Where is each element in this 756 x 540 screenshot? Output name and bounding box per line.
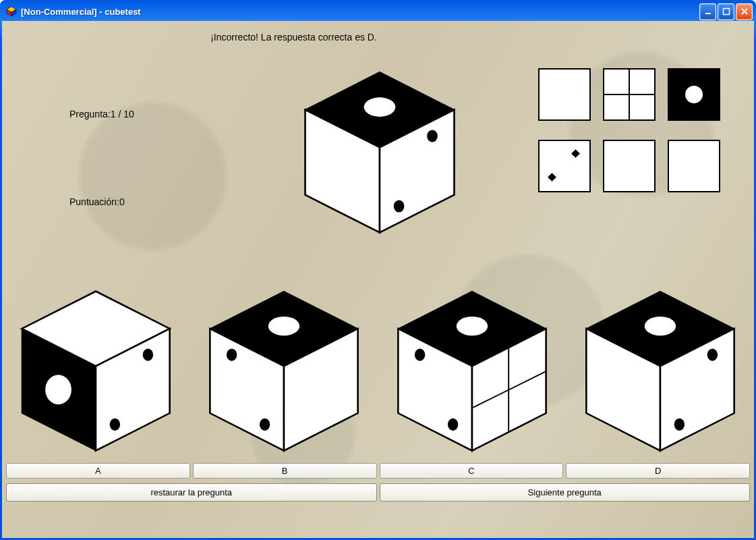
feedback-text: ¡Incorrecto! La respuesta correcta es D. bbox=[2, 32, 585, 43]
reference-cube bbox=[292, 61, 467, 237]
close-button[interactable] bbox=[736, 3, 753, 20]
svg-point-36 bbox=[674, 418, 685, 431]
legend-face-black-circle bbox=[668, 68, 720, 121]
score-label: Puntuación:0 bbox=[69, 196, 125, 207]
svg-point-32 bbox=[645, 317, 676, 335]
client-area: ¡Incorrecto! La respuesta correcta es D.… bbox=[2, 21, 754, 538]
next-button[interactable]: Siguiente pregunta bbox=[380, 483, 751, 502]
app-window: [Non-Commercial] - cubetest ¡Incorrecto!… bbox=[0, 0, 756, 540]
svg-point-9 bbox=[427, 130, 438, 142]
titlebar[interactable]: [Non-Commercial] - cubetest bbox=[2, 2, 754, 21]
legend-face-quad bbox=[603, 68, 656, 121]
svg-point-21 bbox=[260, 418, 270, 431]
option-label-row: A B C D bbox=[6, 463, 750, 479]
option-cube-b[interactable] bbox=[197, 281, 371, 455]
svg-rect-4 bbox=[723, 9, 729, 15]
answer-options bbox=[9, 281, 747, 455]
svg-point-10 bbox=[394, 200, 405, 212]
option-label-b[interactable]: B bbox=[193, 463, 377, 479]
legend-face-two-diamonds bbox=[538, 140, 591, 192]
option-cube-a[interactable] bbox=[9, 281, 183, 455]
option-label-d[interactable]: D bbox=[566, 463, 750, 479]
legend-face-blank bbox=[668, 140, 720, 192]
action-buttons: restaurar la pregunta Siguiente pregunta bbox=[6, 483, 750, 502]
question-counter: Pregunta:1 / 10 bbox=[69, 109, 134, 119]
face-legend bbox=[538, 68, 727, 211]
legend-face-blank bbox=[603, 140, 656, 192]
svg-point-24 bbox=[457, 317, 488, 335]
window-title: [Non-Commercial] - cubetest bbox=[21, 7, 699, 17]
svg-point-26 bbox=[415, 349, 425, 361]
restore-button[interactable]: restaurar la pregunta bbox=[6, 483, 377, 502]
svg-point-35 bbox=[707, 349, 718, 361]
option-cube-d[interactable] bbox=[573, 281, 747, 455]
svg-point-15 bbox=[143, 349, 153, 361]
svg-point-18 bbox=[268, 317, 299, 335]
option-cube-c[interactable] bbox=[385, 281, 559, 455]
svg-point-6 bbox=[364, 97, 396, 117]
minimize-button[interactable] bbox=[699, 3, 716, 20]
svg-point-27 bbox=[448, 418, 458, 431]
svg-rect-3 bbox=[705, 13, 711, 14]
window-controls bbox=[699, 3, 753, 20]
option-label-c[interactable]: C bbox=[380, 463, 564, 479]
svg-point-20 bbox=[227, 349, 237, 361]
app-icon bbox=[6, 6, 17, 17]
option-label-a[interactable]: A bbox=[6, 463, 190, 479]
maximize-button[interactable] bbox=[718, 3, 734, 20]
svg-point-16 bbox=[110, 418, 120, 431]
svg-point-13 bbox=[45, 375, 71, 404]
legend-face-blank bbox=[538, 68, 591, 121]
